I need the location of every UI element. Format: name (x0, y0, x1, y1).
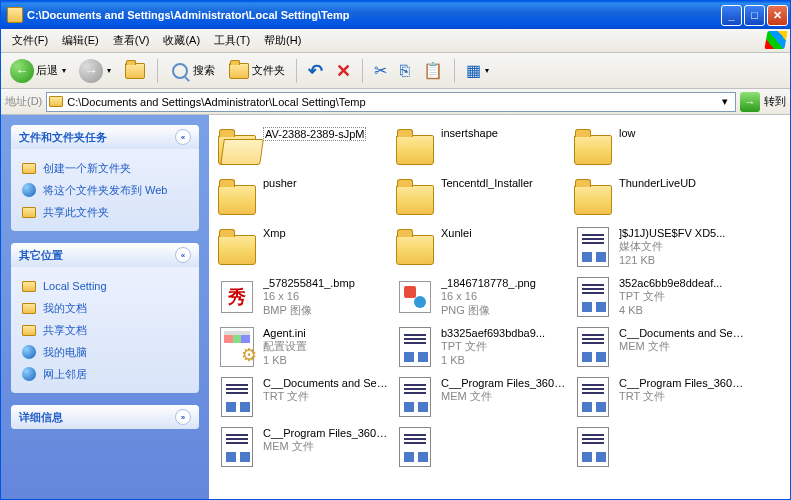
globe-icon (22, 367, 36, 381)
forward-button[interactable]: → ▾ (74, 57, 116, 85)
file-item[interactable]: low (569, 123, 747, 173)
back-button[interactable]: ← 后退 ▾ (5, 57, 71, 85)
toolbar: ← 后退 ▾ → ▾ 搜索 文件夹 ↶ ✕ ✂ ⎘ 📋 ▦ ▾ (1, 53, 790, 89)
document-icon (399, 427, 431, 467)
place-item[interactable]: 共享文档 (21, 319, 189, 341)
file-name: insertshape (441, 127, 567, 139)
task-item[interactable]: 将这个文件夹发布到 Web (21, 179, 189, 201)
file-name: ThunderLiveUD (619, 177, 745, 189)
chevron-up-icon: « (175, 247, 191, 263)
file-name: Xmp (263, 227, 389, 239)
file-meta: 4 KB (619, 303, 745, 317)
tasks-panel-header[interactable]: 文件和文件夹任务 « (11, 125, 199, 149)
file-item[interactable]: insertshape (391, 123, 569, 173)
back-label: 后退 (36, 63, 58, 78)
menu-tools[interactable]: 工具(T) (207, 30, 257, 51)
views-button[interactable]: ▦ ▾ (461, 57, 494, 85)
file-meta: TPT 文件 (441, 339, 567, 353)
file-item[interactable]: Xunlei (391, 223, 569, 273)
file-name: pusher (263, 177, 389, 189)
task-label: 共享此文件夹 (43, 205, 109, 220)
go-button[interactable]: → (740, 92, 760, 112)
place-label: 我的文档 (43, 301, 87, 316)
document-icon (577, 277, 609, 317)
paste-button[interactable]: 📋 (418, 57, 448, 85)
undo-button[interactable]: ↶ (303, 57, 328, 85)
file-item[interactable]: _1846718778_.png16 x 16PNG 图像 (391, 273, 569, 323)
folder-icon (7, 7, 23, 23)
file-meta: BMP 图像 (263, 303, 389, 317)
close-button[interactable]: ✕ (767, 5, 788, 26)
task-item[interactable]: 创建一个新文件夹 (21, 157, 189, 179)
maximize-button[interactable]: □ (744, 5, 765, 26)
places-panel-header[interactable]: 其它位置 « (11, 243, 199, 267)
file-item[interactable]: C__Documents and Settings_Adminis...TRT … (213, 373, 391, 423)
document-icon (399, 377, 431, 417)
file-item[interactable]: C__Program Files_360_360Saf...MEM 文件 (213, 423, 391, 473)
file-meta: PNG 图像 (441, 303, 567, 317)
file-meta: TRT 文件 (619, 389, 745, 403)
cut-button[interactable]: ✂ (369, 57, 392, 85)
place-item[interactable]: 网上邻居 (21, 363, 189, 385)
file-item[interactable]: C__Program Files_360_360Saf...MEM 文件 (391, 373, 569, 423)
menu-file[interactable]: 文件(F) (5, 30, 55, 51)
file-item[interactable]: Tencentdl_Installer (391, 173, 569, 223)
folder-icon (228, 60, 250, 82)
chevron-down-icon: ▾ (107, 66, 111, 75)
file-item[interactable]: C__Program Files_360_360Saf...TRT 文件 (569, 373, 747, 423)
separator (157, 59, 158, 83)
separator (362, 59, 363, 83)
chevron-down-icon[interactable]: ▾ (717, 95, 733, 108)
minimize-button[interactable]: _ (721, 5, 742, 26)
file-item[interactable]: Xmp (213, 223, 391, 273)
details-panel-header[interactable]: 详细信息 » (11, 405, 199, 429)
address-input[interactable]: C:\Documents and Settings\Administrator\… (46, 92, 736, 112)
file-item[interactable]: pusher (213, 173, 391, 223)
menu-help[interactable]: 帮助(H) (257, 30, 308, 51)
file-item[interactable]: AV-2388-2389-sJpM (213, 123, 391, 173)
bmp-icon: 秀 (221, 281, 253, 313)
folder-icon (218, 185, 256, 215)
file-view[interactable]: AV-2388-2389-sJpM insertshape low pusher… (209, 115, 790, 499)
copy-button[interactable]: ⎘ (395, 57, 415, 85)
file-meta: 16 x 16 (263, 289, 389, 303)
search-button[interactable]: 搜索 (164, 57, 220, 85)
open-folder-icon (218, 135, 256, 165)
delete-button[interactable]: ✕ (331, 57, 356, 85)
file-item[interactable] (391, 423, 569, 473)
menu-edit[interactable]: 编辑(E) (55, 30, 106, 51)
file-meta: 1 KB (263, 353, 389, 367)
titlebar[interactable]: C:\Documents and Settings\Administrator\… (1, 1, 790, 29)
file-item[interactable]: 秀 _578255841_.bmp16 x 16BMP 图像 (213, 273, 391, 323)
address-label: 地址(D) (5, 94, 42, 109)
menu-view[interactable]: 查看(V) (106, 30, 157, 51)
file-item[interactable]: ThunderLiveUD (569, 173, 747, 223)
place-item[interactable]: 我的电脑 (21, 341, 189, 363)
folders-button[interactable]: 文件夹 (223, 57, 290, 85)
chevron-down-icon: ▾ (485, 66, 489, 75)
file-item[interactable]: 352ac6bb9e8ddeaf...TPT 文件4 KB (569, 273, 747, 323)
windows-logo-icon (764, 31, 787, 49)
search-label: 搜索 (193, 63, 215, 78)
file-item[interactable]: b3325aef693bdba9...TPT 文件1 KB (391, 323, 569, 373)
search-icon (169, 60, 191, 82)
folder-icon (396, 135, 434, 165)
ini-icon (220, 327, 254, 367)
chevron-up-icon: « (175, 129, 191, 145)
back-arrow-icon: ← (10, 59, 34, 83)
file-name: C__Program Files_360_360Saf... (441, 377, 567, 389)
place-item[interactable]: Local Setting (21, 275, 189, 297)
file-item[interactable] (569, 423, 747, 473)
menu-favorites[interactable]: 收藏(A) (156, 30, 207, 51)
up-button[interactable] (119, 57, 151, 85)
folder-up-icon (124, 60, 146, 82)
place-label: 共享文档 (43, 323, 87, 338)
file-item[interactable]: Agent.ini配置设置1 KB (213, 323, 391, 373)
place-item[interactable]: 我的文档 (21, 297, 189, 319)
file-item[interactable]: ]$J1J)USE$FV XD5...媒体文件121 KB (569, 223, 747, 273)
file-name: C__Program Files_360_360Saf... (619, 377, 745, 389)
task-item[interactable]: 共享此文件夹 (21, 201, 189, 223)
document-icon (221, 427, 253, 467)
file-item[interactable]: C__Documents and Settings_Adminis...MEM … (569, 323, 747, 373)
chevron-down-icon: ▾ (62, 66, 66, 75)
